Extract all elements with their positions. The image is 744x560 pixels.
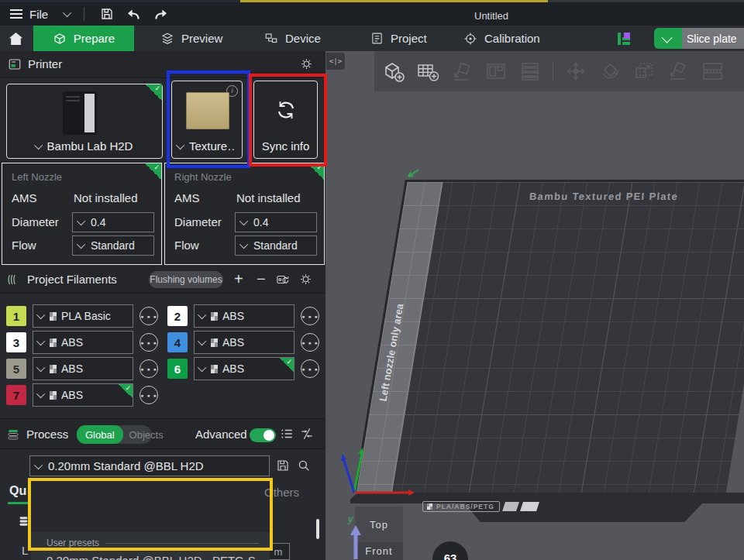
filament-color-swatch[interactable]: 5 [6,359,26,379]
scope-objects-option[interactable]: Objects [123,429,170,441]
chevron-down-icon [198,311,206,319]
filament-select[interactable]: ABS [194,304,294,328]
filament-select[interactable]: ABS ✓ [33,383,133,407]
ams-label: AMS [12,191,37,204]
filament-options-button[interactable]: ● ● ● [140,333,158,352]
filament-options-button[interactable]: ● ● ● [301,359,319,378]
connected-check-badge: ✓ [146,84,162,101]
advanced-toggle[interactable] [250,428,276,442]
filament-select[interactable]: ABS ✓ [194,357,294,380]
viewport-3d[interactable]: <|> Bambu Textured PEI Plate Left nozzle… [326,51,744,560]
filament-options-button[interactable]: ● ● ● [301,307,319,325]
cube-face-top[interactable]: Top [355,507,403,542]
scale-icon[interactable] [632,60,656,83]
chevron-down-icon [36,363,45,372]
printer-card[interactable]: ✓ Bambu Lab H2D [6,84,163,159]
filament-options-button[interactable]: ● ● ● [140,359,158,378]
filament-color-swatch[interactable]: 1 [6,306,26,326]
flow-select[interactable]: Standard [235,235,317,256]
filament-check-badge: ✓ [280,358,294,372]
scope-global-option[interactable]: Global [77,425,123,444]
view-navigation-cube[interactable]: Top Front [355,507,403,560]
filament-options-button[interactable]: ● ● ● [140,386,158,404]
split-objects-icon[interactable] [518,60,542,83]
remove-filament-button[interactable]: − [257,271,266,287]
filament-settings-gear-icon[interactable] [299,273,312,286]
diameter-select[interactable]: 0.4 [72,212,154,232]
highlight-box-yellow [28,478,273,551]
plates-overview-icon[interactable] [618,33,630,45]
right-nozzle-panel: ✓ Right Nozzle AMS Not installed Diamete… [164,163,325,265]
filament-check-badge: ✓ [119,384,133,398]
filament-slot-1: 1 PLA Basic ● ● ● [6,304,158,328]
file-chevron-down-icon[interactable] [63,9,71,17]
scope-switch[interactable]: Global Objects [77,425,152,444]
filament-select[interactable]: PLA Basic [33,304,133,328]
printer-model-selector[interactable]: Bambu Lab H2D [7,139,162,153]
filament-color-swatch[interactable]: 4 [167,332,188,352]
viewport-bottom-button[interactable]: 63 [432,541,468,560]
filament-color-swatch[interactable]: 6 [167,359,188,379]
panel-scrollbar[interactable] [316,519,319,539]
flushing-volumes-button[interactable]: Flushing volumes [149,271,223,288]
auto-orient-icon[interactable] [450,60,474,83]
filament-color-swatch[interactable]: 2 [167,306,188,326]
tab-preview[interactable]: Preview [160,26,222,51]
add-plate-icon[interactable] [416,60,439,83]
save-preset-icon[interactable] [276,459,290,472]
cube-face-front[interactable]: Front [355,542,403,560]
filament-options-button[interactable]: ● ● ● [301,333,319,352]
search-preset-icon[interactable] [297,459,311,472]
ams-sync-icon[interactable] [276,273,290,287]
ellipsis-icon: ● ● ● [301,314,319,319]
ellipsis-icon: ● ● ● [140,366,157,372]
tab-calibration[interactable]: Calibration [463,26,540,51]
preview-icon [160,32,174,46]
redo-icon[interactable] [153,8,168,20]
filament-color-swatch[interactable]: 3 [6,332,26,352]
tune-params-icon[interactable] [300,427,314,441]
tab-prepare[interactable]: Prepare [33,26,134,51]
filament-slot-7: 7 ABS ✓ ● ● ● [6,383,158,407]
tab-device[interactable]: Device [264,26,321,51]
ellipsis-icon: ● ● ● [140,314,157,319]
split-plate-icon[interactable] [701,60,724,83]
rotate-icon[interactable] [598,60,622,83]
diameter-select[interactable]: 0.4 [235,212,317,232]
file-menu[interactable]: File [29,8,48,21]
param-list-icon[interactable] [280,427,294,441]
move-icon[interactable] [564,60,587,83]
filament-options-button[interactable]: ● ● ● [140,307,158,325]
tab-label: Prepare [74,32,115,45]
chevron-down-icon [662,32,673,43]
filament-select[interactable]: ABS [33,331,133,354]
save-icon[interactable] [100,7,114,21]
tab-quality[interactable]: Qu [9,484,26,498]
flow-select[interactable]: Standard [72,235,154,256]
add-filament-button[interactable]: + [234,271,243,287]
hamburger-menu-icon[interactable] [9,9,23,19]
home-icon[interactable] [9,32,23,46]
chevron-down-icon [36,390,45,398]
slice-options-button[interactable] [654,28,682,49]
filament-select[interactable]: ABS [194,331,294,354]
printer-settings-gear-icon[interactable] [300,57,313,70]
filament-color-swatch[interactable]: 7 [6,385,26,405]
filament-slot-5: 5 ABS ● ● ● [6,357,158,380]
arrange-icon[interactable] [484,60,508,83]
nozzle-title: Right Nozzle [174,171,232,183]
undo-icon[interactable] [126,8,142,20]
slice-plate-button[interactable]: Slice plate [682,28,744,49]
add-model-icon[interactable] [382,60,405,83]
nozzle-title: Left Nozzle [12,171,62,183]
lay-on-face-icon[interactable] [666,60,690,83]
plates-icon-square [624,33,630,39]
axis-y-arrow [350,524,362,560]
left-nozzle-panel: ✓ Left Nozzle AMS Not installed Diameter… [2,163,162,265]
tab-project[interactable]: Project [370,26,427,51]
filament-slot-6: 6 ABS ✓ ● ● ● [167,357,319,380]
filament-type-icon [50,365,57,373]
filament-select[interactable]: ABS [33,357,133,380]
process-preset-select[interactable]: 0.20mm Standard @BBL H2D [29,455,270,476]
sidebar-collapse-handle[interactable]: <|> [326,53,345,70]
